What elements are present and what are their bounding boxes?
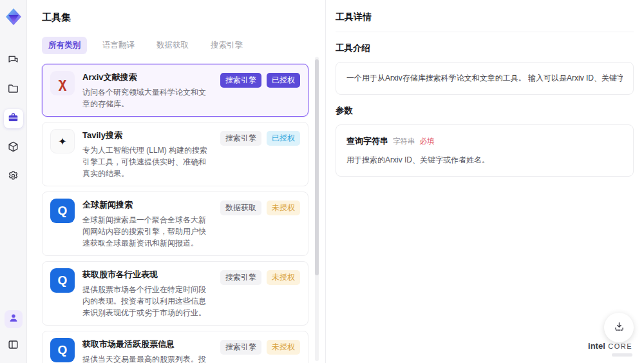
- tool-name: Arxiv文献搜索: [82, 72, 213, 83]
- icon-glyph: ✦: [58, 135, 66, 148]
- blue-q-logo-icon: Q: [50, 338, 75, 362]
- blue-q-logo-icon: Q: [50, 199, 75, 223]
- settings-icon: [7, 170, 19, 184]
- four-point-star-icon: ✦: [50, 129, 75, 153]
- param-type: 字符串: [393, 135, 415, 147]
- package-icon: [7, 141, 19, 155]
- user-avatar[interactable]: [5, 310, 23, 328]
- intro-text: 一个用于从Arxiv存储库搜索科学论文和文章的工具。 输入可以是Arxiv ID…: [346, 72, 623, 84]
- icon-glyph: χ: [59, 75, 67, 92]
- auth-status-badge: 未授权: [267, 270, 300, 285]
- collapse-sidebar-button[interactable]: [4, 336, 23, 355]
- details-panel: 工具详情 工具介绍 一个用于从Arxiv存储库搜索科学论文和文章的工具。 输入可…: [327, 0, 644, 363]
- app-sidebar: [0, 0, 27, 363]
- tool-card-global-news[interactable]: Q 全球新闻搜索 全球新闻搜索是一个聚合全球各大新闻网站内容的搜索引擎，帮助用户…: [42, 191, 308, 256]
- auth-status-badge: 已授权: [267, 131, 300, 146]
- download-button[interactable]: [604, 313, 634, 342]
- category-badge: 搜索引擎: [220, 340, 261, 355]
- sidebar-item-files[interactable]: [4, 80, 23, 99]
- icon-glyph: Q: [58, 204, 68, 218]
- tool-list: χ Arxiv文献搜索 访问各个研究领域大量科学论文和文章的存储库。 搜索引擎 …: [42, 64, 308, 363]
- toolbox-icon: [7, 112, 19, 126]
- tool-name: 全球新闻搜索: [82, 199, 213, 211]
- chat-icon: [7, 54, 19, 68]
- auth-status-badge: 已授权: [267, 73, 300, 88]
- category-badge: 数据获取: [220, 201, 261, 215]
- tool-card-tavily[interactable]: ✦ Tavily搜索 专为人工智能代理 (LLM) 构建的搜索引擎工具，可快速提…: [42, 122, 308, 186]
- page-title: 工具集: [42, 12, 308, 24]
- app-logo: [4, 7, 23, 26]
- category-badge: 搜索引擎: [220, 270, 261, 285]
- category-tabs: 所有类别 语言翻译 数据获取 搜索引擎: [42, 37, 308, 54]
- parameter-box: 查询字符串 字符串 必填 用于搜索的Arxiv ID、关键字或作者姓名。: [336, 124, 634, 177]
- tool-desc: 专为人工智能代理 (LLM) 构建的搜索引擎工具，可快速提供实时、准确和真实的结…: [82, 144, 213, 179]
- details-title: 工具详情: [336, 12, 634, 32]
- tab-all-categories[interactable]: 所有类别: [42, 37, 87, 54]
- tool-card-active-stocks[interactable]: Q 获取市场最活跃股票信息 提供当天交易量最高的股票列表。投资者可以利用这些信息…: [42, 331, 308, 363]
- scrollbar-thumb[interactable]: [315, 59, 319, 275]
- intel-brand-text: intel: [588, 341, 605, 351]
- download-icon: [613, 320, 625, 335]
- intro-heading: 工具介绍: [336, 43, 634, 54]
- tool-desc: 提供当天交易量最高的股票列表。投资者可以利用这些信息来识别流动性强的股票和潜在的…: [82, 353, 213, 363]
- user-avatar-icon: [8, 312, 19, 326]
- tab-search-engine[interactable]: 搜索引擎: [204, 37, 249, 54]
- core-brand-text: CORE: [608, 342, 632, 350]
- tool-card-sector-performance[interactable]: Q 获取股市各行业表现 提供股票市场各个行业在特定时间段内的表现。投资者可以利用…: [42, 261, 308, 326]
- tool-desc: 访问各个研究领域大量科学论文和文章的存储库。: [82, 86, 213, 110]
- icon-glyph: Q: [58, 273, 68, 288]
- param-required-flag: 必填: [420, 135, 435, 147]
- blue-q-logo-icon: Q: [50, 268, 75, 293]
- sidebar-item-packages[interactable]: [4, 138, 23, 157]
- category-badge: 搜索引擎: [220, 73, 261, 88]
- intro-box: 一个用于从Arxiv存储库搜索科学论文和文章的工具。 输入可以是Arxiv ID…: [336, 62, 634, 95]
- sidebar-nav: [4, 51, 23, 186]
- arxiv-chi-icon: χ: [50, 71, 75, 95]
- tab-language-translation[interactable]: 语言翻译: [96, 37, 141, 54]
- icon-glyph: Q: [58, 343, 68, 357]
- folder-icon: [7, 83, 19, 97]
- sidebar-item-chat[interactable]: [4, 51, 23, 70]
- category-badge: 搜索引擎: [220, 131, 261, 146]
- tools-panel: 工具集 所有类别 语言翻译 数据获取 搜索引擎 χ Arxiv文献搜索 访问各个…: [27, 0, 326, 363]
- params-heading: 参数: [336, 105, 634, 117]
- intel-core-logo: intel CORE: [588, 340, 632, 357]
- auth-status-badge: 未授权: [267, 340, 300, 355]
- auth-status-badge: 未授权: [267, 201, 300, 215]
- collapse-panel-icon: [7, 338, 19, 353]
- tool-desc: 全球新闻搜索是一个聚合全球各大新闻网站内容的搜索引擎，帮助用户快速获取全球最新资…: [82, 214, 213, 249]
- sidebar-item-tools[interactable]: [4, 109, 23, 128]
- tab-data-fetch[interactable]: 数据获取: [150, 37, 195, 54]
- tool-name: 获取股市各行业表现: [82, 269, 213, 280]
- tool-name: Tavily搜索: [82, 130, 213, 141]
- param-name: 查询字符串: [346, 135, 388, 148]
- sidebar-bottom: [4, 310, 23, 355]
- param-desc: 用于搜索的Arxiv ID、关键字或作者姓名。: [346, 154, 623, 166]
- tool-card-arxiv[interactable]: χ Arxiv文献搜索 访问各个研究领域大量科学论文和文章的存储库。 搜索引擎 …: [42, 64, 308, 117]
- tool-list-scrollbar: [315, 57, 319, 361]
- tool-name: 获取市场最活跃股票信息: [82, 338, 213, 350]
- intel-sub-mark: [612, 353, 632, 357]
- tool-desc: 提供股票市场各个行业在特定时间段内的表现。投资者可以利用这些信息来识别表现优于或…: [82, 284, 213, 319]
- sidebar-item-settings[interactable]: [4, 167, 23, 186]
